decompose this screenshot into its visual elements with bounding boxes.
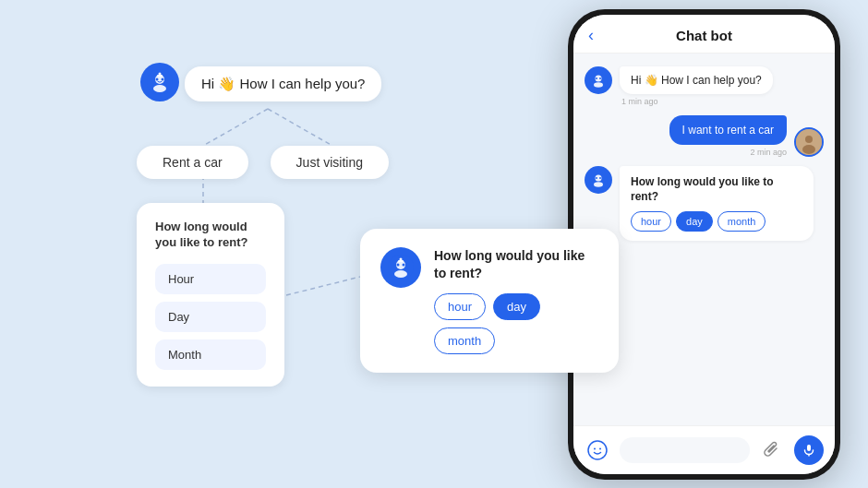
svg-point-6 xyxy=(153,85,166,92)
preview-bot-avatar xyxy=(380,247,421,288)
phone-header: ‹ Chat bot xyxy=(573,15,835,54)
svg-line-1 xyxy=(268,109,332,146)
choice-rent-a-car[interactable]: Rent a car xyxy=(137,146,248,179)
choice-just-visiting[interactable]: Just visiting xyxy=(271,146,389,179)
option-card-title: How long would you like to rent? xyxy=(155,220,266,251)
mic-button[interactable] xyxy=(794,435,824,465)
svg-point-32 xyxy=(594,448,596,450)
svg-point-15 xyxy=(403,264,405,267)
svg-point-7 xyxy=(156,78,159,81)
svg-point-17 xyxy=(400,258,403,261)
bot-avatar-msg1 xyxy=(585,66,612,94)
svg-rect-34 xyxy=(807,445,811,451)
choice-row: Rent a car Just visiting xyxy=(137,146,389,179)
phone-chips-row: hour day month xyxy=(631,211,802,232)
svg-line-0 xyxy=(203,109,268,146)
preview-chip-hour[interactable]: hour xyxy=(434,293,486,320)
attachment-icon[interactable] xyxy=(759,437,785,463)
svg-point-25 xyxy=(802,145,815,154)
user-avatar xyxy=(794,127,824,157)
svg-point-20 xyxy=(594,82,603,88)
preview-chip-day[interactable]: day xyxy=(493,293,540,320)
svg-point-30 xyxy=(599,177,601,179)
preview-chips: hour day month xyxy=(434,293,598,354)
user-message-1-content: I want to rent a car 2 min ago xyxy=(669,115,787,157)
phone-chip-day[interactable]: day xyxy=(676,211,713,232)
svg-point-14 xyxy=(397,264,400,267)
greeting-bubble: Hi 👋 How I can help you? xyxy=(185,66,381,101)
phone-chip-month[interactable]: month xyxy=(717,211,766,232)
svg-point-31 xyxy=(588,441,607,459)
phone-input-bar xyxy=(573,425,835,474)
svg-point-21 xyxy=(596,77,597,79)
bot-avatar-msg2 xyxy=(585,166,612,194)
svg-point-13 xyxy=(394,270,407,278)
option-day[interactable]: Day xyxy=(155,302,266,332)
user-msg1-timestamp: 2 min ago xyxy=(669,148,787,157)
message-input-field[interactable] xyxy=(620,437,750,463)
bot-message-1-content: Hi 👋 How I can help you? 1 min ago xyxy=(620,66,773,106)
bot-message-1: Hi 👋 How I can help you? 1 min ago xyxy=(585,66,824,106)
user-bubble-1: I want to rent a car xyxy=(669,115,787,145)
bot-msg1-timestamp: 1 min ago xyxy=(620,97,773,106)
svg-point-29 xyxy=(596,177,597,179)
phone-back-button[interactable]: ‹ xyxy=(588,26,594,45)
bot-question-text: How long would you like to rent? xyxy=(631,175,802,204)
svg-point-28 xyxy=(594,182,603,187)
emoji-icon[interactable] xyxy=(585,437,610,463)
option-card: How long would you like to rent? Hour Da… xyxy=(137,203,284,387)
flow-bot-avatar xyxy=(140,63,179,101)
bot-bubble-1: Hi 👋 How I can help you? xyxy=(620,66,773,94)
bot-message-2-content: How long would you like to rent? hour da… xyxy=(620,166,814,241)
bot-question-bubble: How long would you like to rent? hour da… xyxy=(620,166,814,241)
chat-preview-card: How long would you like to rent? hour da… xyxy=(360,229,619,373)
preview-question: How long would you like to rent? xyxy=(434,247,598,282)
bot-message-2: How long would you like to rent? hour da… xyxy=(585,166,824,241)
svg-point-22 xyxy=(599,77,601,79)
phone-title: Chat bot xyxy=(676,28,732,43)
phone-chip-hour[interactable]: hour xyxy=(631,211,671,232)
svg-point-8 xyxy=(162,78,164,81)
svg-point-33 xyxy=(599,448,601,450)
svg-point-24 xyxy=(805,136,813,143)
preview-card-content: How long would you like to rent? hour da… xyxy=(434,247,598,354)
option-hour[interactable]: Hour xyxy=(155,264,266,294)
option-month[interactable]: Month xyxy=(155,339,266,370)
user-message-1: I want to rent a car 2 min ago xyxy=(585,115,824,157)
preview-chip-month[interactable]: month xyxy=(434,327,495,354)
svg-point-10 xyxy=(159,73,162,76)
